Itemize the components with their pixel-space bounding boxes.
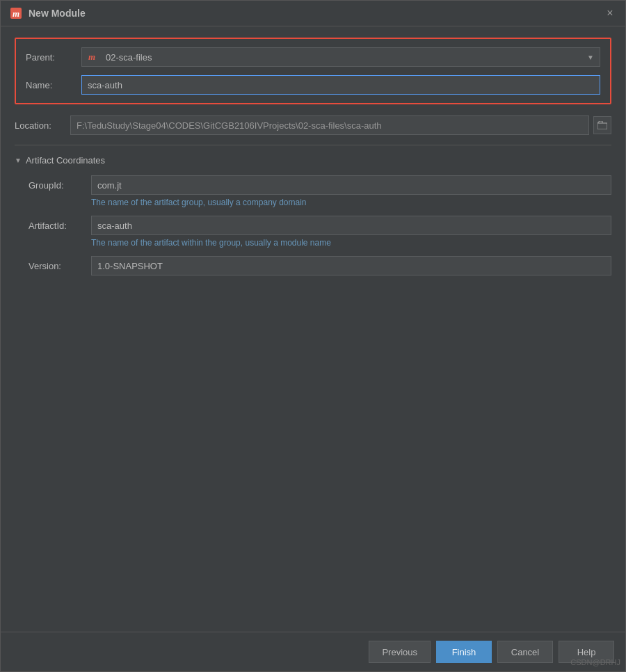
svg-rect-2 xyxy=(597,123,607,129)
version-inner: Version: xyxy=(29,256,611,275)
artifact-header[interactable]: ▼ Artifact Coordinates xyxy=(15,155,611,166)
name-input[interactable] xyxy=(81,75,600,95)
dialog: m New Module × Parent: m 02-sca-files ▼ xyxy=(0,0,626,672)
parent-label: Parent: xyxy=(26,52,81,63)
collapse-arrow-icon: ▼ xyxy=(15,157,22,164)
location-label: Location: xyxy=(15,120,70,131)
top-section: Parent: m 02-sca-files ▼ Name: xyxy=(15,38,611,104)
maven-icon: m xyxy=(85,50,99,64)
cancel-button[interactable]: Cancel xyxy=(497,641,553,663)
svg-text:m: m xyxy=(13,8,19,19)
finish-button[interactable]: Finish xyxy=(436,641,492,663)
version-row: Version: xyxy=(15,256,611,275)
select-chevron-icon: ▼ xyxy=(587,54,594,61)
title-bar: m New Module × xyxy=(1,1,625,26)
title-bar-left: m New Module xyxy=(9,6,86,20)
location-input[interactable] xyxy=(70,115,589,135)
watermark: CSDN@DRHJ xyxy=(570,658,620,666)
parent-select-wrapper[interactable]: m 02-sca-files ▼ xyxy=(81,47,600,67)
footer: Previous Finish Cancel Help xyxy=(1,632,625,671)
close-button[interactable]: × xyxy=(603,6,617,20)
name-row: Name: xyxy=(26,75,600,95)
section-divider xyxy=(15,145,611,145)
name-label: Name: xyxy=(26,80,81,90)
browse-button[interactable] xyxy=(593,116,611,134)
artifactid-hint: The name of the artifact within the grou… xyxy=(29,238,611,248)
version-input[interactable] xyxy=(91,256,611,275)
location-input-wrap xyxy=(70,115,611,135)
artifactid-label: ArtifactId: xyxy=(29,221,91,231)
parent-row: Parent: m 02-sca-files ▼ xyxy=(26,47,600,67)
groupid-hint: The name of the artifact group, usually … xyxy=(29,198,611,207)
groupid-row: GroupId: The name of the artifact group,… xyxy=(15,175,611,207)
artifactid-input[interactable] xyxy=(91,216,611,235)
groupid-input[interactable] xyxy=(91,175,611,195)
groupid-inner: GroupId: xyxy=(29,175,611,195)
groupid-label: GroupId: xyxy=(29,180,91,191)
location-row: Location: xyxy=(15,115,611,135)
version-label: Version: xyxy=(29,261,91,271)
artifactid-inner: ArtifactId: xyxy=(29,216,611,235)
previous-button[interactable]: Previous xyxy=(369,641,431,663)
window-title: New Module xyxy=(29,8,86,19)
dialog-content: Parent: m 02-sca-files ▼ Name: Location: xyxy=(1,26,625,632)
artifact-section-label: Artifact Coordinates xyxy=(26,155,105,166)
artifactid-row: ArtifactId: The name of the artifact wit… xyxy=(15,216,611,248)
module-icon: m xyxy=(9,6,23,20)
parent-select[interactable]: 02-sca-files xyxy=(103,52,587,63)
